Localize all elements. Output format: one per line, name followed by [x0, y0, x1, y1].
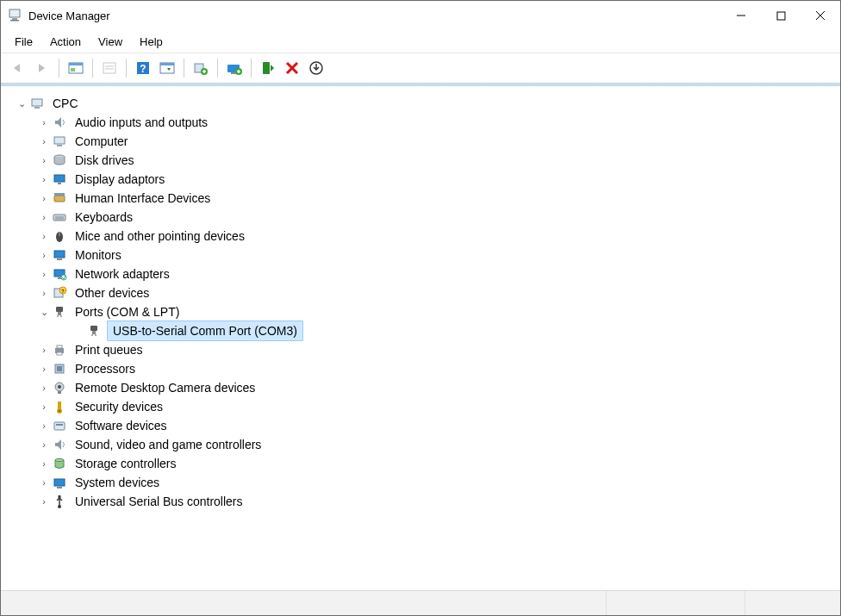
svg-rect-36 [58, 183, 61, 184]
expand-icon[interactable]: › [38, 113, 50, 132]
security-icon [52, 399, 67, 414]
collapse-icon[interactable]: ⌄ [16, 94, 28, 113]
close-button[interactable] [801, 1, 840, 30]
tree-leaf-port[interactable]: USB-to-Serial Comm Port (COM3) [5, 321, 836, 340]
tree-node-monitor[interactable]: ›Monitors [5, 246, 836, 264]
tree-node-camera[interactable]: ›Remote Desktop Camera devices [5, 378, 836, 397]
uninstall-device-button[interactable] [280, 56, 304, 80]
expand-icon[interactable]: › [38, 170, 50, 189]
tree-node-label: Sound, video and game controllers [72, 435, 264, 454]
tree-node-speaker[interactable]: ›Audio inputs and outputs [5, 113, 836, 132]
add-legacy-button[interactable] [189, 56, 213, 80]
maximize-button[interactable] [761, 1, 801, 30]
expand-icon[interactable]: › [38, 473, 50, 492]
tree-node-disk[interactable]: ›Disk drives [5, 151, 836, 170]
tree-node-system[interactable]: ›System devices [5, 473, 836, 492]
svg-rect-47 [58, 277, 61, 279]
menu-view[interactable]: View [90, 33, 131, 51]
cpu-icon [52, 361, 67, 376]
console-tree-button[interactable] [64, 56, 88, 80]
expand-icon[interactable]: › [38, 435, 50, 454]
svg-rect-64 [57, 366, 62, 371]
toolbar-separator [126, 59, 127, 78]
tree-node-keyboard[interactable]: ›Keyboards [5, 208, 836, 227]
expand-icon[interactable]: › [38, 227, 50, 246]
expand-icon[interactable]: › [38, 132, 50, 151]
expand-icon[interactable]: › [38, 397, 50, 416]
scan-hardware-button[interactable] [155, 56, 179, 80]
tree-node-label: Ports (COM & LPT) [72, 302, 182, 321]
svg-rect-57 [92, 331, 96, 334]
tree-node-speaker[interactable]: ›Sound, video and game controllers [5, 435, 836, 454]
tree-node-storage[interactable]: ›Storage controllers [5, 454, 836, 473]
tree-node-security[interactable]: ›Security devices [5, 397, 836, 416]
device-tree[interactable]: ⌄CPC›Audio inputs and outputs›Computer›D… [1, 86, 840, 590]
hid-icon [52, 190, 67, 206]
toolbar-separator [59, 59, 59, 78]
camera-icon [52, 380, 67, 395]
forward-button[interactable] [30, 56, 54, 80]
expand-icon[interactable]: › [38, 189, 50, 208]
tree-node-other[interactable]: ›?Other devices [5, 283, 836, 302]
toolbar-separator [251, 59, 252, 78]
tree-node-label: Processors [72, 359, 138, 378]
minimize-button[interactable] [721, 1, 761, 30]
svg-point-66 [58, 385, 61, 389]
expand-icon[interactable]: › [38, 246, 50, 264]
svg-point-70 [59, 410, 60, 412]
tree-node-port[interactable]: ⌄Ports (COM & LPT) [5, 302, 836, 321]
back-button[interactable] [6, 56, 30, 80]
help-button[interactable]: ? [131, 56, 155, 80]
expand-icon[interactable]: › [38, 416, 50, 435]
usb-icon [52, 494, 67, 509]
expand-icon[interactable]: › [38, 359, 50, 378]
expand-icon[interactable]: › [38, 492, 50, 511]
expand-icon[interactable]: › [38, 340, 50, 359]
tree-node-hid[interactable]: ›Human Interface Devices [5, 189, 836, 208]
expand-icon[interactable]: › [38, 208, 50, 227]
toolbar: ? [1, 53, 840, 84]
svg-rect-16 [160, 63, 174, 65]
svg-rect-26 [263, 62, 270, 74]
status-cell [607, 591, 745, 615]
tree-node-label: CPC [50, 94, 81, 113]
update-driver-button[interactable] [222, 56, 246, 80]
tree-node-software[interactable]: ›Software devices [5, 416, 836, 435]
svg-rect-38 [54, 193, 65, 196]
expand-icon[interactable]: › [38, 378, 50, 397]
svg-rect-52 [56, 307, 63, 312]
status-cell [1, 591, 607, 615]
tree-node-label: Computer [72, 132, 130, 151]
statusbar [1, 590, 840, 615]
menu-help[interactable]: Help [131, 33, 171, 51]
expand-icon[interactable]: › [38, 264, 50, 283]
tree-node-label: Audio inputs and outputs [72, 113, 210, 132]
properties-button[interactable] [97, 56, 121, 80]
tree-node-display[interactable]: ›Display adaptors [5, 170, 836, 189]
tree-node-usb[interactable]: ›Universal Serial Bus controllers [5, 492, 836, 511]
menu-file[interactable]: File [6, 33, 41, 51]
monitor-icon [52, 247, 67, 263]
collapse-icon[interactable]: ⌄ [38, 302, 50, 321]
tree-node-label: USB-to-Serial Comm Port (COM3) [107, 320, 303, 341]
tree-node-network[interactable]: ›Network adapters [5, 264, 836, 283]
software-icon [52, 418, 67, 433]
enable-device-button[interactable] [256, 56, 280, 80]
tree-node-label: Storage controllers [72, 454, 179, 473]
computer-icon [52, 134, 67, 149]
toolbar-separator [184, 59, 184, 78]
svg-rect-4 [777, 12, 785, 20]
tree-root[interactable]: ⌄CPC [5, 94, 836, 113]
svg-rect-71 [54, 422, 65, 430]
tree-node-printer[interactable]: ›Print queues [5, 340, 836, 359]
expand-icon[interactable]: › [38, 151, 50, 170]
svg-rect-1 [12, 18, 17, 20]
svg-rect-8 [69, 63, 83, 65]
tree-node-cpu[interactable]: ›Processors [5, 359, 836, 378]
menu-action[interactable]: Action [41, 33, 90, 51]
tree-node-computer[interactable]: ›Computer [5, 132, 836, 151]
disable-device-button[interactable] [304, 56, 328, 80]
expand-icon[interactable]: › [38, 283, 50, 302]
expand-icon[interactable]: › [38, 454, 50, 473]
tree-node-mouse[interactable]: ›Mice and other pointing devices [5, 227, 836, 246]
